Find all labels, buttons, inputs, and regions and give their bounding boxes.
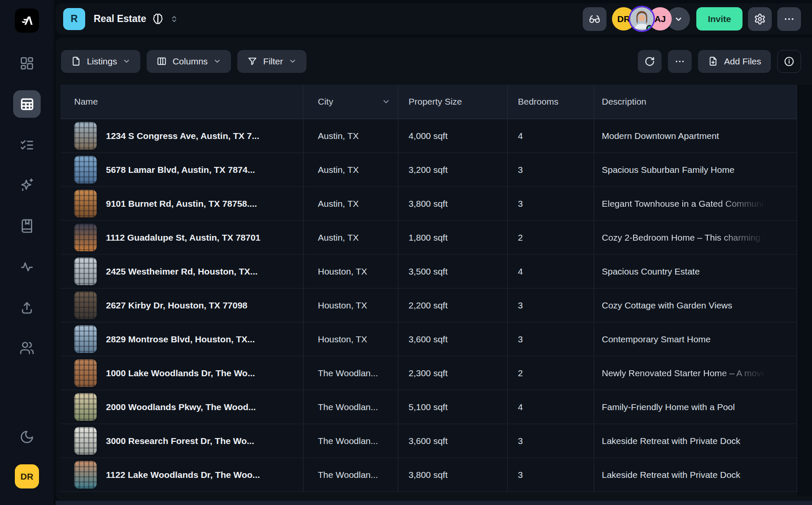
cell-name[interactable]: 9101 Burnet Rd, Austin, TX 78758.... bbox=[61, 187, 303, 220]
cell-name[interactable]: 1112 Guadalupe St, Austin, TX 78701 bbox=[61, 221, 303, 254]
more-options-button[interactable] bbox=[777, 7, 801, 31]
cell-name[interactable]: 3000 Research Forest Dr, The Wo... bbox=[61, 424, 303, 458]
cell-description[interactable]: Elegant Townhouse in a Gated Community bbox=[594, 187, 797, 220]
cell-city[interactable]: Austin, TX bbox=[303, 119, 398, 153]
cell-description[interactable]: Lakeside Retreat with Private Dock bbox=[594, 424, 797, 458]
workspace-badge[interactable]: R bbox=[63, 8, 85, 30]
cell-city[interactable]: The Woodlan... bbox=[303, 390, 398, 424]
invite-button[interactable]: Invite bbox=[696, 7, 742, 31]
column-header-bedrooms[interactable]: Bedrooms bbox=[508, 85, 594, 119]
cell-city[interactable]: The Woodlan... bbox=[303, 424, 398, 458]
add-files-button[interactable]: Add Files bbox=[698, 50, 771, 73]
activity-icon[interactable] bbox=[19, 259, 34, 274]
app-logo[interactable] bbox=[15, 8, 39, 33]
sparkles-icon[interactable] bbox=[19, 178, 34, 192]
dashboard-icon[interactable] bbox=[19, 56, 34, 71]
cell-name[interactable]: 2425 Westheimer Rd, Houston, TX... bbox=[61, 255, 303, 288]
cell-property-size[interactable]: 3,800 sqft bbox=[398, 458, 508, 491]
cell-name[interactable]: 2627 Kirby Dr, Houston, TX 77098 bbox=[61, 289, 303, 322]
cell-bedrooms[interactable]: 3 bbox=[508, 322, 594, 356]
cell-description[interactable]: Spacious Country Estate bbox=[594, 255, 797, 288]
table-row[interactable]: 1000 Lake Woodlands Dr, The Wo...The Woo… bbox=[61, 356, 797, 390]
cell-city[interactable]: Houston, TX bbox=[303, 289, 398, 322]
listings-dropdown[interactable]: Listings bbox=[61, 50, 140, 73]
cell-property-size[interactable]: 3,200 sqft bbox=[398, 153, 508, 186]
cell-bedrooms[interactable]: 3 bbox=[508, 458, 594, 491]
cell-name[interactable]: 5678 Lamar Blvd, Austin, TX 7874... bbox=[61, 153, 303, 186]
cell-name[interactable]: 1234 S Congress Ave, Austin, TX 7... bbox=[61, 119, 303, 153]
table-icon[interactable] bbox=[13, 90, 41, 118]
table-row[interactable]: 1234 S Congress Ave, Austin, TX 7...Aust… bbox=[61, 119, 797, 153]
table-row[interactable]: 2627 Kirby Dr, Houston, TX 77098Houston,… bbox=[61, 289, 797, 322]
cell-bedrooms[interactable]: 2 bbox=[508, 221, 594, 254]
cell-description[interactable]: Cozy 2-Bedroom Home – This charming 2- bbox=[594, 221, 797, 254]
filter-dropdown[interactable]: Filter bbox=[237, 50, 306, 73]
table-row[interactable]: 1122 Lake Woodlands Dr, The Woo...The Wo… bbox=[61, 458, 797, 492]
table-row[interactable]: 9101 Burnet Rd, Austin, TX 78758....Aust… bbox=[61, 187, 797, 221]
cell-bedrooms[interactable]: 3 bbox=[508, 187, 594, 220]
cell-city[interactable]: Houston, TX bbox=[303, 255, 398, 288]
column-header-description[interactable]: Description bbox=[594, 85, 797, 119]
users-icon[interactable] bbox=[19, 341, 34, 355]
cell-name[interactable]: 1122 Lake Woodlands Dr, The Woo... bbox=[61, 458, 303, 491]
cell-city[interactable]: Houston, TX bbox=[303, 322, 398, 356]
table-right-gutter bbox=[797, 85, 812, 496]
cell-property-size[interactable]: 3,600 sqft bbox=[398, 322, 508, 356]
cell-name[interactable]: 2829 Montrose Blvd, Houston, TX... bbox=[61, 322, 303, 356]
cell-property-size[interactable]: 2,300 sqft bbox=[398, 356, 508, 390]
cell-bedrooms[interactable]: 2 bbox=[508, 356, 594, 390]
user-avatar[interactable]: DR bbox=[15, 464, 39, 488]
table-row[interactable]: 1112 Guadalupe St, Austin, TX 78701Austi… bbox=[61, 221, 797, 255]
column-header-city[interactable]: City bbox=[303, 85, 398, 119]
cell-city[interactable]: The Woodlan... bbox=[303, 356, 398, 390]
column-header-name[interactable]: Name bbox=[61, 85, 303, 119]
book-icon[interactable] bbox=[19, 219, 34, 233]
upload-icon[interactable] bbox=[19, 300, 34, 315]
columns-dropdown[interactable]: Columns bbox=[147, 50, 231, 73]
table-row[interactable]: 2425 Westheimer Rd, Houston, TX...Housto… bbox=[61, 255, 797, 289]
table-row[interactable]: 5678 Lamar Blvd, Austin, TX 7874...Austi… bbox=[61, 153, 797, 187]
cell-description[interactable]: Lakeside Retreat with Private Dock bbox=[594, 458, 797, 491]
cell-city[interactable]: The Woodlan... bbox=[303, 458, 398, 491]
cell-city[interactable]: Austin, TX bbox=[303, 221, 398, 254]
cell-bedrooms[interactable]: 4 bbox=[508, 119, 594, 153]
cell-name[interactable]: 2000 Woodlands Pkwy, The Wood... bbox=[61, 390, 303, 424]
cell-description[interactable]: Contemporary Smart Home bbox=[594, 322, 797, 356]
cell-bedrooms[interactable]: 4 bbox=[508, 255, 594, 288]
cell-name[interactable]: 1000 Lake Woodlands Dr, The Wo... bbox=[61, 356, 303, 390]
cell-description[interactable]: Newly Renovated Starter Home – A move-i bbox=[594, 356, 797, 390]
cell-description[interactable]: Modern Downtown Apartment bbox=[594, 119, 797, 153]
brain-icon[interactable] bbox=[152, 13, 164, 25]
cell-bedrooms[interactable]: 3 bbox=[508, 153, 594, 186]
cell-property-size[interactable]: 2,200 sqft bbox=[398, 289, 508, 322]
column-header-size[interactable]: Property Size bbox=[398, 85, 508, 119]
cell-property-size[interactable]: 4,000 sqft bbox=[398, 119, 508, 153]
cell-bedrooms[interactable]: 3 bbox=[508, 289, 594, 322]
cell-property-size[interactable]: 3,600 sqft bbox=[398, 424, 508, 458]
view-as-button[interactable] bbox=[583, 7, 606, 31]
refresh-button[interactable] bbox=[638, 50, 662, 73]
cell-description[interactable]: Family-Friendly Home with a Pool bbox=[594, 390, 797, 424]
moon-icon[interactable] bbox=[19, 430, 34, 444]
listing-size: 4,000 sqft bbox=[409, 131, 448, 141]
cell-property-size[interactable]: 1,800 sqft bbox=[398, 221, 508, 254]
cell-description[interactable]: Cozy Cottage with Garden Views bbox=[594, 289, 797, 322]
cell-property-size[interactable]: 5,100 sqft bbox=[398, 390, 508, 424]
table-row[interactable]: 2829 Montrose Blvd, Houston, TX...Housto… bbox=[61, 322, 797, 356]
checklist-icon[interactable] bbox=[19, 138, 34, 153]
settings-button[interactable] bbox=[748, 7, 772, 31]
cell-property-size[interactable]: 3,800 sqft bbox=[398, 187, 508, 220]
cell-bedrooms[interactable]: 4 bbox=[508, 390, 594, 424]
cell-property-size[interactable]: 3,500 sqft bbox=[398, 255, 508, 288]
cell-bedrooms[interactable]: 3 bbox=[508, 424, 594, 458]
avatar-photo[interactable] bbox=[630, 7, 653, 31]
cell-description[interactable]: Spacious Suburban Family Home bbox=[594, 153, 797, 186]
table-row[interactable]: 2000 Woodlands Pkwy, The Wood...The Wood… bbox=[61, 390, 797, 424]
workspace-switcher-icon[interactable] bbox=[170, 14, 179, 24]
info-button[interactable] bbox=[777, 50, 801, 73]
cell-city[interactable]: Austin, TX bbox=[303, 187, 398, 220]
chevron-down-icon[interactable] bbox=[382, 97, 390, 106]
table-more-button[interactable] bbox=[668, 50, 692, 73]
cell-city[interactable]: Austin, TX bbox=[303, 153, 398, 186]
table-row[interactable]: 3000 Research Forest Dr, The Wo...The Wo… bbox=[61, 424, 797, 458]
